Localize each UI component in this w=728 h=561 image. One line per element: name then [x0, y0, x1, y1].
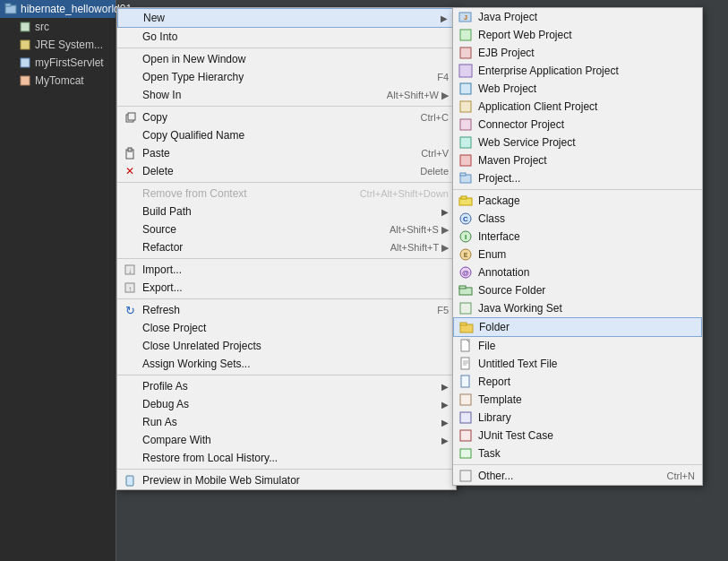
submenu-item-label: Annotation: [478, 266, 529, 279]
menu-item-open-type-hierarchy[interactable]: Open Type Hierarchy F4: [117, 68, 456, 86]
menu-item-close-unrelated[interactable]: Close Unrelated Projects: [117, 337, 456, 355]
menu-item-export[interactable]: ↑ Export...: [117, 279, 456, 297]
submenu-item-class[interactable]: C Class: [453, 210, 702, 228]
shortcut-label: F5: [437, 305, 449, 315]
submenu-item-web-service[interactable]: Web Service Project: [453, 134, 702, 151]
svg-rect-26: [460, 173, 466, 176]
submenu-item-enum[interactable]: E Enum: [453, 246, 702, 263]
svg-rect-20: [460, 83, 471, 94]
submenu-item-report-web[interactable]: Report Web Project: [453, 26, 702, 44]
submenu-item-untitled-text[interactable]: Untitled Text File: [453, 355, 702, 373]
submenu-item-java-working-set[interactable]: Java Working Set: [453, 299, 702, 317]
menu-item-label: Copy: [142, 111, 167, 124]
menu-item-refresh[interactable]: ↻ Refresh F5: [117, 301, 456, 319]
submenu-item-connector[interactable]: Connector Project: [453, 116, 702, 134]
tree-item-project[interactable]: hibernate_helloworld01: [0, 0, 116, 18]
submenu-item-app-client[interactable]: Application Client Project: [453, 98, 702, 116]
menu-item-assign-working[interactable]: Assign Working Sets...: [117, 355, 456, 373]
submenu-item-project[interactable]: Project...: [453, 169, 702, 187]
menu-item-new[interactable]: New ▶: [117, 8, 456, 28]
menu-item-label: Preview in Mobile Web Simulator: [142, 474, 300, 487]
tomcat-icon: [18, 73, 32, 88]
menu-item-profile-as[interactable]: Profile As ▶: [117, 377, 456, 395]
menu-separator: [117, 298, 456, 299]
submenu-item-label: Enum: [478, 248, 506, 261]
submenu-item-report[interactable]: Report: [453, 373, 702, 391]
menu-item-show-in[interactable]: Show In Alt+Shift+W ▶: [117, 86, 456, 104]
menu-item-preview-mobile[interactable]: Preview in Mobile Web Simulator: [117, 471, 456, 489]
menu-item-label: Refactor: [142, 241, 183, 254]
context-menu: New ▶ Go Into Open in New Window Open Ty…: [116, 7, 457, 490]
menu-item-label: Close Project: [142, 322, 206, 334]
menu-item-build-path[interactable]: Build Path ▶: [117, 203, 456, 220]
submenu-item-ejb[interactable]: EJB Project: [453, 44, 702, 62]
menu-item-import[interactable]: ↓ Import...: [117, 261, 456, 279]
tree-item-jre[interactable]: JRE System...: [0, 36, 116, 54]
menu-item-copy[interactable]: Copy Ctrl+C: [117, 108, 456, 126]
menu-item-label: Import...: [142, 263, 182, 276]
menu-item-restore-local[interactable]: Restore from Local History...: [117, 449, 456, 467]
submenu-item-enterprise-app[interactable]: Enterprise Application Project: [453, 62, 702, 80]
tree-item-src[interactable]: src: [0, 18, 116, 36]
svg-text:E: E: [464, 252, 468, 258]
tree-item-servlet[interactable]: myFirstServlet: [0, 54, 116, 72]
menu-item-debug-as[interactable]: Debug As ▶: [117, 395, 456, 413]
submenu-item-java-project[interactable]: J Java Project: [453, 8, 702, 26]
submenu-item-junit[interactable]: JUnit Test Case: [453, 427, 702, 444]
svg-rect-1: [5, 4, 11, 6]
menu-item-delete[interactable]: ✕ Delete Delete: [117, 162, 456, 180]
menu-item-label: Restore from Local History...: [142, 452, 278, 464]
menu-item-copy-qualified[interactable]: Copy Qualified Name: [117, 126, 456, 144]
submenu-item-file[interactable]: File: [453, 337, 702, 355]
svg-rect-4: [21, 58, 30, 67]
menu-item-source[interactable]: Source Alt+Shift+S ▶: [117, 220, 456, 238]
svg-rect-19: [459, 65, 472, 77]
menu-item-label: Refresh: [142, 304, 180, 316]
menu-item-label: Export...: [142, 281, 183, 294]
submenu-item-label: Project...: [478, 172, 520, 185]
submenu-item-annotation[interactable]: @ Annotation: [453, 263, 702, 281]
menu-item-label: Close Unrelated Projects: [142, 340, 261, 352]
project-tree-panel: hibernate_helloworld01 src JRE System...…: [0, 0, 116, 561]
folder-icon: [459, 320, 474, 334]
menu-separator: [117, 258, 456, 259]
tree-item-tomcat[interactable]: MyTomcat: [0, 72, 116, 90]
menu-item-close-project[interactable]: Close Project: [117, 319, 456, 337]
menu-item-run-as[interactable]: Run As ▶: [117, 413, 456, 431]
submenu-item-library[interactable]: Library: [453, 409, 702, 427]
submenu-item-web-project[interactable]: Web Project: [453, 80, 702, 98]
shortcut-label: Ctrl+Alt+Shift+Down: [360, 188, 449, 199]
submenu-item-folder[interactable]: Folder: [453, 317, 702, 337]
export-icon: ↑: [123, 280, 137, 295]
submenu-item-other[interactable]: Other... Ctrl+N: [453, 467, 702, 485]
menu-item-go-into[interactable]: Go Into: [117, 28, 456, 46]
svg-rect-9: [128, 148, 132, 151]
new-submenu: J Java Project Report Web Project EJB Pr…: [452, 7, 703, 486]
shortcut-label: F4: [437, 72, 449, 82]
svg-rect-2: [21, 22, 30, 31]
menu-item-refactor[interactable]: Refactor Alt+Shift+T ▶: [117, 238, 456, 256]
submenu-item-source-folder[interactable]: Source Folder: [453, 281, 702, 299]
template-icon: [458, 393, 473, 407]
submenu-item-label: Source Folder: [478, 284, 545, 297]
submenu-item-task[interactable]: Task: [453, 444, 702, 462]
submenu-item-label: Web Service Project: [478, 136, 576, 149]
submenu-item-label: Package: [478, 194, 520, 207]
shortcut-label: Ctrl+C: [421, 112, 449, 123]
submenu-item-interface[interactable]: I Interface: [453, 228, 702, 246]
submenu-item-maven[interactable]: Maven Project: [453, 151, 702, 169]
svg-rect-41: [460, 323, 467, 325]
java-project-icon: J: [458, 10, 473, 24]
submenu-item-label: EJB Project: [478, 47, 535, 59]
menu-item-compare-with[interactable]: Compare With ▶: [117, 431, 456, 449]
svg-rect-24: [460, 155, 471, 166]
menu-item-paste[interactable]: Paste Ctrl+V: [117, 144, 456, 162]
arrow-icon: ▶: [441, 382, 449, 392]
submenu-item-label: Template: [478, 393, 522, 406]
submenu-separator: [453, 189, 702, 190]
shortcut-label: Ctrl+N: [667, 470, 695, 481]
menu-item-open-new-window[interactable]: Open in New Window: [117, 50, 456, 68]
svg-text:J: J: [464, 14, 467, 21]
submenu-item-package[interactable]: Package: [453, 192, 702, 210]
submenu-item-template[interactable]: Template: [453, 391, 702, 409]
